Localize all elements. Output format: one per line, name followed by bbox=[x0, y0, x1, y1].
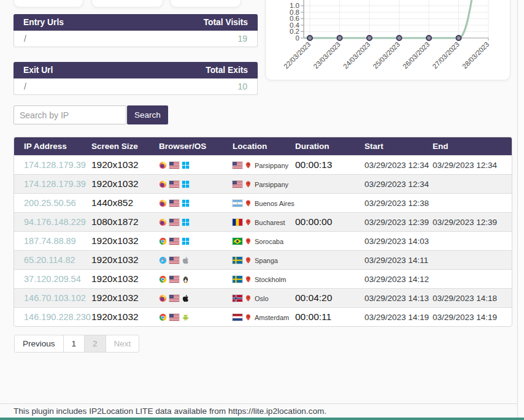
location-pin-icon bbox=[245, 275, 252, 283]
search-input[interactable] bbox=[13, 105, 126, 124]
entry-urls-header: Entry Urls bbox=[23, 18, 64, 27]
firefox-icon bbox=[159, 218, 167, 226]
country-flag-no-icon bbox=[233, 295, 242, 302]
country-flag-ro-icon bbox=[233, 219, 242, 226]
chart-point bbox=[426, 36, 431, 40]
bottom-accent-bar bbox=[0, 418, 524, 420]
footer-divider bbox=[0, 403, 524, 404]
duration-text: 00:04:20 bbox=[295, 292, 332, 303]
language-flag-us-icon bbox=[169, 181, 179, 188]
ip-address-link[interactable]: 174.128.179.39 bbox=[24, 160, 86, 170]
footer-text: This plugin includes IP2Location LITE da… bbox=[13, 407, 326, 416]
ip-address-link[interactable]: 37.120.209.54 bbox=[24, 274, 81, 284]
pagination-1[interactable]: 1 bbox=[64, 335, 85, 352]
location-pin-icon bbox=[245, 161, 252, 169]
screen-size-text: 1920x1032 bbox=[91, 178, 139, 189]
screen-size-text: 1920x1032 bbox=[91, 311, 139, 322]
windows-icon bbox=[182, 199, 190, 207]
location-pin-icon bbox=[245, 180, 252, 188]
windows-icon bbox=[182, 161, 190, 169]
y-axis-tick-label: 0.4 bbox=[290, 21, 300, 29]
y-axis-tick-label: 0.8 bbox=[290, 9, 299, 16]
country-flag-us-icon bbox=[233, 181, 242, 188]
col-start: Start bbox=[364, 137, 433, 156]
windows-icon bbox=[182, 218, 190, 226]
table-row: 146.70.103.1021920x1032Oslo00:04:2003/29… bbox=[14, 289, 512, 308]
visitors-line-chart: 22/03/202323/03/202324/03/202325/03/2023… bbox=[266, 0, 510, 80]
country-flag-ar-icon bbox=[233, 200, 242, 207]
table-row: 94.176.148.2291080x1872Bucharest00:00:00… bbox=[14, 213, 512, 232]
search-button[interactable]: Search bbox=[127, 105, 168, 124]
city-text: Oslo bbox=[255, 295, 269, 302]
col-browser-os: Browser/OS bbox=[159, 137, 233, 156]
footer-period: . bbox=[324, 407, 326, 416]
language-flag-us-icon bbox=[169, 219, 179, 226]
start-time-text: 03/29/2023 14:19 bbox=[364, 313, 429, 322]
scrollbar[interactable] bbox=[517, 0, 524, 420]
country-flag-us-icon bbox=[233, 162, 242, 169]
city-text: Stockholm bbox=[255, 276, 286, 283]
exit-url-header: Exit Url bbox=[23, 66, 53, 75]
exit-url-value: / bbox=[24, 82, 26, 91]
ip-address-link[interactable]: 146.70.103.102 bbox=[24, 293, 86, 303]
ip-address-link[interactable]: 146.190.228.230 bbox=[24, 312, 91, 322]
city-text: Sorocaba bbox=[255, 238, 283, 245]
x-axis-tick-label: 27/03/2023 bbox=[431, 40, 460, 70]
windows-icon bbox=[182, 237, 190, 245]
location-pin-icon bbox=[245, 218, 252, 226]
chart-point bbox=[457, 36, 461, 40]
exit-url-table: Exit Url Total Exits / 10 bbox=[13, 62, 258, 95]
city-text: Spanga bbox=[255, 257, 278, 264]
screen-size-text: 1920x1032 bbox=[91, 235, 139, 246]
country-flag-se-icon bbox=[233, 276, 242, 283]
pagination-2: 2 bbox=[85, 335, 106, 352]
city-text: Amsterdam bbox=[255, 314, 289, 321]
country-flag-br-icon bbox=[233, 238, 242, 245]
start-time-text: 03/29/2023 14:12 bbox=[364, 275, 429, 284]
total-exits-header: Total Exits bbox=[206, 66, 248, 75]
start-time-text: 03/29/2023 12:39 bbox=[364, 218, 429, 227]
total-visits-value: 19 bbox=[237, 34, 247, 44]
col-location: Location bbox=[233, 137, 295, 156]
start-time-text: 03/29/2023 14:13 bbox=[364, 294, 429, 303]
country-flag-se-icon bbox=[233, 257, 242, 264]
firefox-icon bbox=[159, 180, 167, 188]
ip-address-link[interactable]: 65.20.114.82 bbox=[24, 255, 75, 265]
screen-size-text: 1080x1872 bbox=[91, 216, 139, 227]
city-text: Bucharest bbox=[255, 219, 285, 226]
screen-size-text: 1920x1032 bbox=[91, 273, 139, 284]
x-axis-tick-label: 22/03/2023 bbox=[282, 40, 312, 70]
ip-address-link[interactable]: 187.74.88.89 bbox=[24, 236, 76, 246]
stat-card bbox=[170, 0, 241, 7]
visitors-table: IP Address Screen Size Browser/OS Locati… bbox=[13, 137, 512, 327]
entry-urls-table: Entry Urls Total Visits / 19 bbox=[13, 14, 258, 47]
col-duration: Duration bbox=[295, 137, 364, 156]
pagination-previous[interactable]: Previous bbox=[15, 335, 64, 352]
ip-address-link[interactable]: 174.128.179.39 bbox=[24, 179, 86, 189]
location-pin-icon bbox=[245, 313, 252, 321]
language-flag-us-icon bbox=[169, 276, 179, 283]
x-axis-tick-label: 28/03/2023 bbox=[461, 40, 490, 70]
apple-icon bbox=[182, 256, 190, 264]
x-axis-tick-label: 24/03/2023 bbox=[342, 40, 371, 70]
y-axis-tick-label: 0.6 bbox=[290, 15, 299, 22]
language-flag-us-icon bbox=[169, 238, 179, 245]
ip2location-analytics-page: 22/03/202323/03/202324/03/202325/03/2023… bbox=[0, 0, 524, 420]
ip-address-link[interactable]: 94.176.148.229 bbox=[24, 217, 86, 227]
stat-card bbox=[13, 0, 83, 7]
ip-address-link[interactable]: 200.25.50.56 bbox=[24, 198, 76, 208]
x-axis-tick-label: 25/03/2023 bbox=[371, 40, 401, 70]
y-axis-tick-label: 0.2 bbox=[290, 28, 299, 35]
screen-size-text: 1440x852 bbox=[91, 197, 133, 208]
city-text: Parsippany bbox=[255, 162, 288, 169]
start-time-text: 03/29/2023 14:03 bbox=[364, 237, 429, 246]
language-flag-us-icon bbox=[169, 257, 179, 264]
table-row: 200.25.50.561440x852Buenos Aires03/29/20… bbox=[14, 194, 512, 213]
total-visits-header: Total Visits bbox=[204, 18, 248, 27]
ip2location-link[interactable]: https://lite.ip2location.com bbox=[228, 407, 324, 416]
start-time-text: 03/29/2023 12:34 bbox=[364, 180, 429, 189]
table-row: 174.128.179.391920x1032Parsippany03/29/2… bbox=[14, 175, 512, 194]
col-end: End bbox=[433, 137, 512, 156]
table-row: 146.190.228.2301920x1032Amsterdam00:00:1… bbox=[14, 308, 512, 327]
firefox-icon bbox=[159, 294, 167, 302]
